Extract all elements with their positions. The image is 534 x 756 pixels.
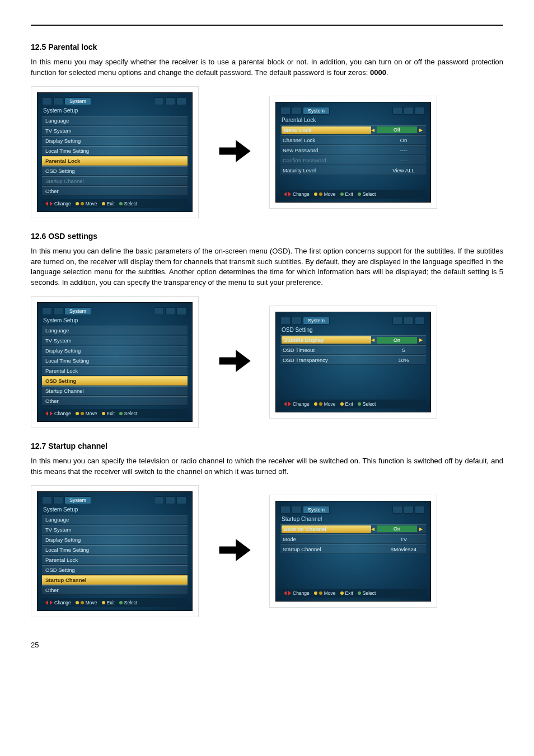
page-number: 25 xyxy=(31,641,503,649)
menu-item: Parental Lock xyxy=(42,555,188,565)
screen-footer: Change Move Exit Select xyxy=(42,598,188,607)
footer-change: Change xyxy=(54,201,71,206)
menu-item: Local Time Setting xyxy=(42,545,188,555)
footer-change: Change xyxy=(54,600,71,605)
tab-icon xyxy=(404,107,414,115)
kv-key: Menu Lock xyxy=(284,127,369,133)
menu-item: Display Setting xyxy=(42,346,188,355)
screen-title: System Setup xyxy=(42,316,188,326)
menu-item: Other xyxy=(42,186,188,196)
figure-row-parental: System System Setup Language TV System D… xyxy=(31,86,503,218)
tab-icon xyxy=(292,506,302,514)
footer-select: Select xyxy=(124,201,138,206)
kv-row: Maturity LevelView ALL xyxy=(280,166,426,175)
menu-item: Other xyxy=(42,585,188,595)
footer-move: Move xyxy=(324,191,336,197)
tab-icon xyxy=(280,107,291,115)
footer-select: Select xyxy=(363,590,376,596)
screen-title: Startup Channel xyxy=(280,515,426,524)
screen-footer: Change Move Exit Select xyxy=(42,199,188,208)
kv-key: OSD Transparency xyxy=(283,357,383,363)
kv-row: Startup Channel$Movies24 xyxy=(280,544,426,554)
menu-item-selected: Startup Channel xyxy=(42,575,188,585)
menu-item: Parental Lock xyxy=(42,366,188,375)
kv-row-selected: Menu Lock ◀ Off ▶ xyxy=(280,125,426,135)
kv-key: New Password xyxy=(283,147,383,153)
screen-title: System Setup xyxy=(42,106,188,116)
tab-icon xyxy=(292,317,302,325)
tab-icon xyxy=(53,97,63,105)
menu-item: Display Setting xyxy=(42,535,188,544)
footer-exit: Exit xyxy=(345,590,353,596)
arrow-right-icon xyxy=(214,342,254,382)
menu-item-selected: OSD Setting xyxy=(42,376,188,386)
menu-item: Local Time Setting xyxy=(42,356,188,365)
arrow-right-icon xyxy=(214,133,254,172)
kv-row: OSD Timeout5 xyxy=(280,345,426,355)
menu-item: OSD Setting xyxy=(42,166,188,176)
tab-system: System xyxy=(64,307,91,315)
footer-move: Move xyxy=(86,411,97,416)
tab-system: System xyxy=(64,496,91,504)
screen-title: OSD Setting xyxy=(280,326,426,335)
tab-strip: System xyxy=(42,97,188,105)
screenshot-system-setup-osd: System System Setup Language TV System D… xyxy=(31,296,199,428)
menu-item: Language xyxy=(42,116,188,125)
tab-icon xyxy=(165,97,175,105)
kv-key: Mode xyxy=(283,536,383,542)
footer-exit: Exit xyxy=(107,201,115,206)
tab-strip: System xyxy=(280,107,426,115)
tab-icon xyxy=(280,317,291,325)
screenshot-system-setup-startup: System System Setup Language TV System D… xyxy=(31,485,199,617)
heading-parental: 12.5 Parental lock xyxy=(31,43,503,51)
tab-system: System xyxy=(303,506,330,514)
kv-row: ModeTV xyxy=(280,534,426,544)
kv-row-selected: Boot on Channel ◀ On ▶ xyxy=(280,524,426,534)
footer-exit: Exit xyxy=(107,411,115,416)
tab-icon xyxy=(280,506,291,514)
tab-system: System xyxy=(303,317,330,325)
kv-row-dim: Confirm Password---- xyxy=(280,156,426,165)
menu-item: Display Setting xyxy=(42,136,188,145)
menu-item: Language xyxy=(42,326,188,335)
kv-key: Startup Channel xyxy=(283,546,383,552)
para-parental-pre: In this menu you may specify whether the… xyxy=(31,58,503,77)
screenshot-osd-setting: System OSD Setting Subtitle Display ◀ On… xyxy=(269,306,437,419)
footer-change: Change xyxy=(293,401,310,407)
chevron-right-icon: ▶ xyxy=(418,337,424,342)
tab-icon xyxy=(42,307,52,315)
footer-move: Move xyxy=(324,401,336,407)
kv-key: Subtitle Display xyxy=(284,337,369,343)
menu-item-dim: Startup Channel xyxy=(42,176,188,186)
footer-exit: Exit xyxy=(107,600,115,605)
kv-key: OSD Timeout xyxy=(283,347,383,353)
footer-select: Select xyxy=(124,411,138,416)
footer-select: Select xyxy=(363,401,376,407)
footer-change: Change xyxy=(293,191,310,197)
kv-val: 5 xyxy=(383,347,424,353)
tab-system: System xyxy=(64,97,91,105)
chevron-right-icon: ▶ xyxy=(418,527,424,532)
arrow-right-icon xyxy=(214,532,254,571)
screen-footer: Change Move Exit Select xyxy=(280,400,426,408)
screen-footer: Change Move Exit Select xyxy=(280,589,426,598)
menu-item: Other xyxy=(42,396,188,406)
footer-exit: Exit xyxy=(345,191,353,197)
menu-item: TV System xyxy=(42,126,188,135)
footer-change: Change xyxy=(293,590,310,596)
kv-key: Boot on Channel xyxy=(284,526,369,532)
footer-select: Select xyxy=(363,191,376,197)
kv-val: Off xyxy=(394,127,400,133)
menu-item: OSD Setting xyxy=(42,565,188,575)
menu-item: TV System xyxy=(42,525,188,534)
screenshot-startup-channel: System Startup Channel Boot on Channel ◀… xyxy=(269,495,437,608)
para-parental-bold: 0000 xyxy=(370,68,386,77)
kv-val: ---- xyxy=(383,157,424,163)
kv-row: New Password---- xyxy=(280,145,426,155)
tab-icon xyxy=(154,97,164,105)
kv-val: On xyxy=(383,137,424,143)
tab-icon xyxy=(53,496,63,504)
tab-system: System xyxy=(303,107,330,115)
tab-icon xyxy=(53,307,63,315)
menu-item-selected: Parental Lock xyxy=(42,156,188,166)
